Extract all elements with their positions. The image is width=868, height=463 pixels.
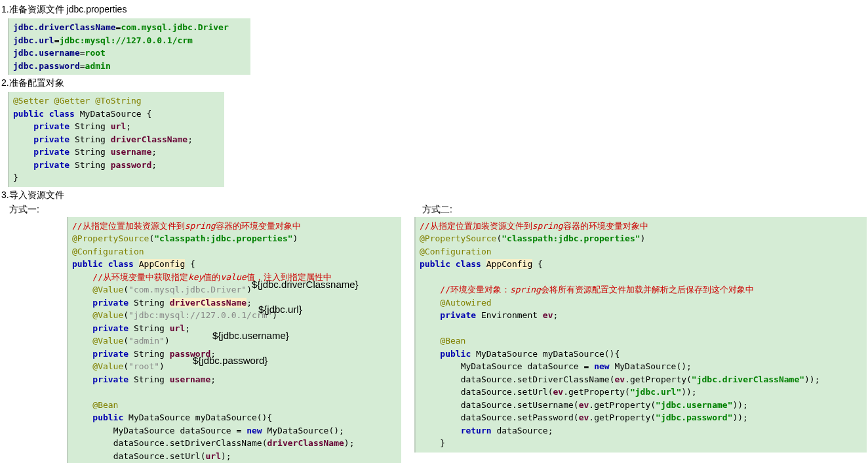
properties-code-block: jdbc.driverClassName=com.mysql.jdbc.Driv…: [8, 18, 250, 75]
section1-title: 1.准备资源文件 jdbc.properties: [1, 4, 867, 16]
way1-label: 方式一:: [9, 204, 401, 216]
java-class-code-block: @Setter @Getter @ToString public class M…: [8, 92, 224, 187]
two-column-row: 方式一: //从指定位置加装资源文件到spring容器的环境变量对象中 @Pro…: [1, 204, 867, 464]
overlay-username: ${jdbc.username}: [212, 329, 289, 344]
section2-title: 2.准备配置对象: [1, 77, 867, 89]
way2-label: 方式二:: [422, 204, 867, 216]
section3-title: 3.导入资源文件: [1, 190, 867, 201]
appconfig-way2-code: //从指定位置加装资源文件到spring容器的环境变量对象中 @Property…: [414, 217, 867, 453]
appconfig-way1-code: //从指定位置加装资源文件到spring容器的环境变量对象中 @Property…: [67, 217, 401, 464]
